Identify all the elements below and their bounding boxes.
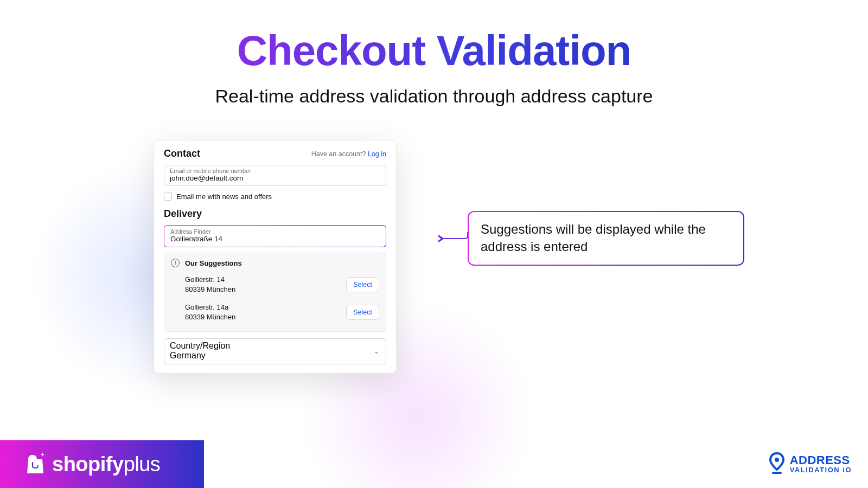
delivery-heading: Delivery [164, 208, 386, 220]
avio-line1: ADDRESS [790, 454, 852, 466]
suggestion-line2: 80339 München [185, 312, 235, 322]
newsletter-checkbox[interactable] [164, 192, 172, 201]
have-account-text: Have an account? Log in [311, 150, 386, 158]
suggestion-line1: Gollierstr. 14a [185, 303, 235, 312]
checkout-card: Contact Have an account? Log in Email or… [154, 140, 397, 374]
country-label: Country/Region [170, 341, 380, 351]
email-field-label: Email or mobile phone number [170, 168, 380, 174]
select-suggestion-button[interactable]: Select [346, 305, 379, 320]
svg-point-0 [775, 458, 779, 462]
hero-subtitle: Real-time address validation through add… [0, 86, 868, 107]
shopify-plus-text: shopifyplus [52, 453, 160, 476]
country-select[interactable]: Country/Region Germany ⌄ [164, 338, 386, 364]
suggestion-line2: 80339 München [185, 285, 235, 294]
shopify-plus-badge: ✦ shopifyplus [0, 440, 204, 488]
login-link[interactable]: Log in [368, 150, 386, 158]
callout-arrow-icon [438, 231, 469, 242]
chevron-down-icon: ⌄ [374, 348, 379, 355]
address-finder-label: Address Finder [170, 228, 380, 235]
suggestions-heading: Our Suggestions [185, 259, 242, 267]
callout-bubble: Suggestions will be displayed while the … [468, 211, 744, 266]
newsletter-label: Email me with news and offers [176, 192, 272, 201]
callout-text: Suggestions will be displayed while the … [481, 222, 706, 254]
shopify-bag-icon: ✦ [26, 454, 44, 474]
info-icon: i [171, 259, 180, 267]
avio-line2: VALIDATION iO [790, 466, 852, 473]
hero-title: Checkout Validation [0, 26, 868, 75]
select-suggestion-button[interactable]: Select [346, 277, 379, 292]
suggestion-item: Gollierstr. 14 80339 München Select [171, 271, 379, 298]
address-finder-value: Gollierstraße 14 [170, 235, 380, 243]
address-validation-io-logo: ADDRESS VALIDATION iO [769, 452, 852, 475]
svg-rect-1 [772, 472, 782, 474]
email-field-value: john.doe@default.com [170, 174, 380, 182]
contact-heading: Contact [164, 148, 200, 159]
pin-icon [769, 452, 784, 475]
suggestions-panel: i Our Suggestions Gollierstr. 14 80339 M… [164, 253, 386, 332]
email-field[interactable]: Email or mobile phone number john.doe@de… [164, 165, 386, 186]
address-finder-field[interactable]: Address Finder Gollierstraße 14 [164, 225, 386, 247]
suggestion-line1: Gollierstr. 14 [185, 275, 235, 285]
country-value: Germany [170, 351, 380, 361]
suggestion-item: Gollierstr. 14a 80339 München Select [171, 298, 379, 326]
